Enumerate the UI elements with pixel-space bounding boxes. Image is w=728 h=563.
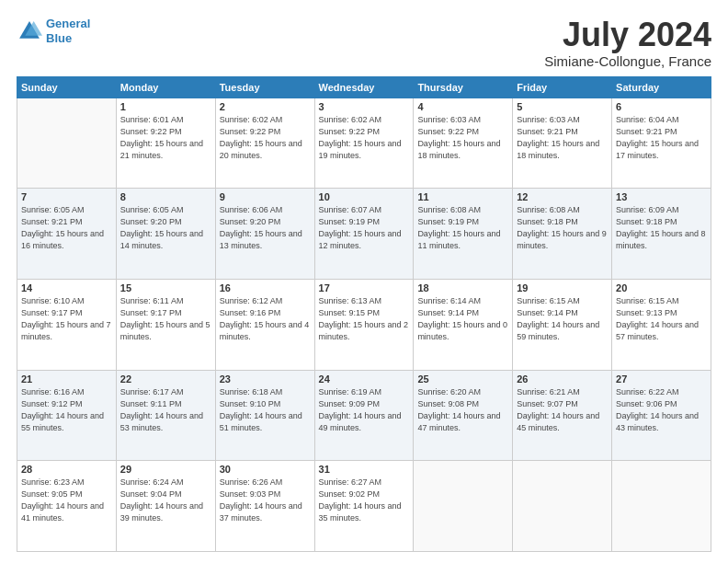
calendar-cell xyxy=(513,461,612,552)
logo-text: General Blue xyxy=(46,17,90,45)
calendar-cell: 9Sunrise: 6:06 AMSunset: 9:20 PMDaylight… xyxy=(215,189,314,280)
day-info: Sunrise: 6:11 AMSunset: 9:17 PMDaylight:… xyxy=(120,295,211,343)
calendar-cell: 19Sunrise: 6:15 AMSunset: 9:14 PMDayligh… xyxy=(513,279,612,370)
calendar-week-row: 7Sunrise: 6:05 AMSunset: 9:21 PMDaylight… xyxy=(17,189,711,280)
day-number: 24 xyxy=(319,373,410,385)
calendar-cell: 27Sunrise: 6:22 AMSunset: 9:06 PMDayligh… xyxy=(612,370,711,461)
calendar-cell: 7Sunrise: 6:05 AMSunset: 9:21 PMDaylight… xyxy=(17,189,117,280)
day-number: 21 xyxy=(21,373,112,385)
calendar-cell: 28Sunrise: 6:23 AMSunset: 9:05 PMDayligh… xyxy=(17,461,117,552)
calendar-cell: 18Sunrise: 6:14 AMSunset: 9:14 PMDayligh… xyxy=(414,279,513,370)
calendar-cell: 1Sunrise: 6:01 AMSunset: 9:22 PMDaylight… xyxy=(116,98,215,189)
day-info: Sunrise: 6:02 AMSunset: 9:22 PMDaylight:… xyxy=(220,114,311,162)
day-info: Sunrise: 6:02 AMSunset: 9:22 PMDaylight:… xyxy=(319,114,410,162)
day-number: 15 xyxy=(120,282,211,293)
calendar-week-row: 14Sunrise: 6:10 AMSunset: 9:17 PMDayligh… xyxy=(17,279,711,370)
day-number: 6 xyxy=(616,101,707,112)
day-number: 2 xyxy=(220,101,311,112)
calendar-cell: 24Sunrise: 6:19 AMSunset: 9:09 PMDayligh… xyxy=(314,370,414,461)
calendar-cell: 3Sunrise: 6:02 AMSunset: 9:22 PMDaylight… xyxy=(314,98,414,189)
weekday-header-saturday: Saturday xyxy=(612,76,711,98)
calendar-cell xyxy=(17,98,117,189)
day-info: Sunrise: 6:08 AMSunset: 9:19 PMDaylight:… xyxy=(417,204,508,252)
weekday-header-wednesday: Wednesday xyxy=(314,76,414,98)
day-number: 29 xyxy=(120,464,211,475)
day-info: Sunrise: 6:22 AMSunset: 9:06 PMDaylight:… xyxy=(616,386,707,434)
calendar-cell: 8Sunrise: 6:05 AMSunset: 9:20 PMDaylight… xyxy=(116,189,215,280)
day-info: Sunrise: 6:07 AMSunset: 9:19 PMDaylight:… xyxy=(319,204,410,252)
logo-line1: General xyxy=(46,17,90,30)
main-title: July 2024 xyxy=(544,17,711,53)
calendar-cell: 10Sunrise: 6:07 AMSunset: 9:19 PMDayligh… xyxy=(314,189,414,280)
calendar-cell xyxy=(414,461,513,552)
day-number: 18 xyxy=(417,282,508,293)
day-info: Sunrise: 6:20 AMSunset: 9:08 PMDaylight:… xyxy=(417,386,508,434)
calendar-cell: 29Sunrise: 6:24 AMSunset: 9:04 PMDayligh… xyxy=(116,461,215,552)
day-number: 8 xyxy=(120,191,211,202)
day-info: Sunrise: 6:16 AMSunset: 9:12 PMDaylight:… xyxy=(21,386,112,434)
day-info: Sunrise: 6:15 AMSunset: 9:13 PMDaylight:… xyxy=(616,295,707,343)
day-number: 3 xyxy=(319,101,410,112)
calendar-cell: 17Sunrise: 6:13 AMSunset: 9:15 PMDayligh… xyxy=(314,279,414,370)
calendar-cell: 4Sunrise: 6:03 AMSunset: 9:22 PMDaylight… xyxy=(414,98,513,189)
calendar-cell: 12Sunrise: 6:08 AMSunset: 9:18 PMDayligh… xyxy=(513,189,612,280)
calendar-cell: 20Sunrise: 6:15 AMSunset: 9:13 PMDayligh… xyxy=(612,279,711,370)
calendar-cell: 13Sunrise: 6:09 AMSunset: 9:18 PMDayligh… xyxy=(612,189,711,280)
calendar-cell: 14Sunrise: 6:10 AMSunset: 9:17 PMDayligh… xyxy=(17,279,117,370)
calendar-cell: 16Sunrise: 6:12 AMSunset: 9:16 PMDayligh… xyxy=(215,279,314,370)
calendar-cell: 23Sunrise: 6:18 AMSunset: 9:10 PMDayligh… xyxy=(215,370,314,461)
day-number: 13 xyxy=(616,191,707,202)
day-info: Sunrise: 6:10 AMSunset: 9:17 PMDaylight:… xyxy=(21,295,112,343)
weekday-header-row: SundayMondayTuesdayWednesdayThursdayFrid… xyxy=(17,76,711,98)
logo-icon xyxy=(17,18,42,44)
weekday-header-sunday: Sunday xyxy=(17,76,117,98)
day-info: Sunrise: 6:03 AMSunset: 9:22 PMDaylight:… xyxy=(417,114,508,162)
day-number: 20 xyxy=(616,282,707,293)
calendar-week-row: 28Sunrise: 6:23 AMSunset: 9:05 PMDayligh… xyxy=(17,461,711,552)
day-info: Sunrise: 6:19 AMSunset: 9:09 PMDaylight:… xyxy=(319,386,410,434)
day-info: Sunrise: 6:24 AMSunset: 9:04 PMDaylight:… xyxy=(120,477,211,524)
day-info: Sunrise: 6:18 AMSunset: 9:10 PMDaylight:… xyxy=(220,386,311,434)
day-info: Sunrise: 6:09 AMSunset: 9:18 PMDaylight:… xyxy=(616,204,707,252)
title-block: July 2024 Simiane-Collongue, France xyxy=(544,17,711,69)
day-info: Sunrise: 6:05 AMSunset: 9:20 PMDaylight:… xyxy=(120,204,211,252)
calendar-cell: 15Sunrise: 6:11 AMSunset: 9:17 PMDayligh… xyxy=(116,279,215,370)
calendar-cell: 21Sunrise: 6:16 AMSunset: 9:12 PMDayligh… xyxy=(17,370,117,461)
day-number: 19 xyxy=(517,282,608,293)
day-number: 31 xyxy=(319,464,410,475)
day-info: Sunrise: 6:27 AMSunset: 9:02 PMDaylight:… xyxy=(319,477,410,524)
day-info: Sunrise: 6:15 AMSunset: 9:14 PMDaylight:… xyxy=(517,295,608,343)
day-info: Sunrise: 6:03 AMSunset: 9:21 PMDaylight:… xyxy=(517,114,608,162)
calendar-cell: 11Sunrise: 6:08 AMSunset: 9:19 PMDayligh… xyxy=(414,189,513,280)
calendar-cell: 31Sunrise: 6:27 AMSunset: 9:02 PMDayligh… xyxy=(314,461,414,552)
weekday-header-thursday: Thursday xyxy=(414,76,513,98)
calendar-week-row: 1Sunrise: 6:01 AMSunset: 9:22 PMDaylight… xyxy=(17,98,711,189)
day-info: Sunrise: 6:05 AMSunset: 9:21 PMDaylight:… xyxy=(21,204,112,252)
day-info: Sunrise: 6:06 AMSunset: 9:20 PMDaylight:… xyxy=(220,204,311,252)
day-info: Sunrise: 6:26 AMSunset: 9:03 PMDaylight:… xyxy=(220,477,311,524)
day-info: Sunrise: 6:23 AMSunset: 9:05 PMDaylight:… xyxy=(21,477,112,524)
calendar-cell: 25Sunrise: 6:20 AMSunset: 9:08 PMDayligh… xyxy=(414,370,513,461)
day-number: 16 xyxy=(220,282,311,293)
logo: General Blue xyxy=(17,17,90,45)
day-number: 23 xyxy=(220,373,311,385)
day-number: 9 xyxy=(220,191,311,202)
day-number: 11 xyxy=(417,191,508,202)
page: General Blue July 2024 Simiane-Collongue… xyxy=(0,0,728,563)
day-info: Sunrise: 6:14 AMSunset: 9:14 PMDaylight:… xyxy=(417,295,508,343)
calendar-cell: 26Sunrise: 6:21 AMSunset: 9:07 PMDayligh… xyxy=(513,370,612,461)
day-info: Sunrise: 6:21 AMSunset: 9:07 PMDaylight:… xyxy=(517,386,608,434)
day-number: 10 xyxy=(319,191,410,202)
day-info: Sunrise: 6:13 AMSunset: 9:15 PMDaylight:… xyxy=(319,295,410,343)
day-number: 5 xyxy=(517,101,608,112)
day-number: 7 xyxy=(21,191,112,202)
day-info: Sunrise: 6:01 AMSunset: 9:22 PMDaylight:… xyxy=(120,114,211,162)
day-info: Sunrise: 6:12 AMSunset: 9:16 PMDaylight:… xyxy=(220,295,311,343)
day-number: 25 xyxy=(417,373,508,385)
day-number: 12 xyxy=(517,191,608,202)
calendar-table: SundayMondayTuesdayWednesdayThursdayFrid… xyxy=(17,76,711,552)
weekday-header-tuesday: Tuesday xyxy=(215,76,314,98)
header: General Blue July 2024 Simiane-Collongue… xyxy=(17,17,711,69)
day-number: 26 xyxy=(517,373,608,385)
day-number: 17 xyxy=(319,282,410,293)
